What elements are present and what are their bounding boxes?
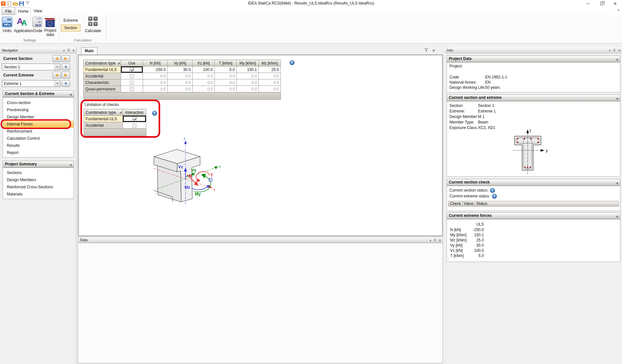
value-cell[interactable]: 0.0 [215,79,237,86]
column-header-value[interactable]: Value [462,201,475,206]
next-extreme-button[interactable]: ▶ [62,72,70,78]
nav-item-sections[interactable]: Sections [3,169,74,176]
column-header-vy[interactable]: Vy [kN] [168,60,193,66]
use-checkbox-cell[interactable] [121,66,143,73]
help-icon[interactable]: ? [152,111,157,116]
panel-menu-icon[interactable]: ▾ [609,49,611,52]
units-button[interactable]: Units [0,29,14,33]
value-cell[interactable]: 0.0 [193,86,215,92]
pin-icon[interactable] [434,239,437,242]
use-checkbox-cell[interactable] [121,86,143,92]
value-cell[interactable]: 30.0 [168,66,193,73]
value-cell[interactable]: 0.0 [259,86,281,92]
checkbox-unchecked-icon[interactable] [130,74,134,78]
value-cell[interactable]: 0.0 [237,73,259,79]
collapse-chevron-icon[interactable]: » [614,216,620,218]
calculate-button[interactable]: Calculate [84,29,102,33]
value-cell[interactable]: 0.0 [143,73,168,79]
checkbox-unchecked-icon[interactable] [130,81,134,85]
application-icon[interactable]: AA [17,16,30,28]
pin-icon[interactable] [613,49,616,52]
value-cell[interactable]: 100.0 [193,66,215,73]
use-checkbox-cell[interactable] [121,79,143,86]
minimize-button[interactable] [581,0,595,7]
value-cell[interactable]: 0.0 [215,86,237,92]
qat-dropdown-icon[interactable]: ▾ [26,2,30,6]
extreme-button[interactable]: Extreme [61,18,80,23]
row-label[interactable]: Fundamental ULS [84,116,123,122]
collapse-chevron-icon[interactable]: » [68,164,74,166]
value-cell[interactable]: 0.0 [259,79,281,86]
value-cell[interactable]: 0.0 [168,73,193,79]
nav-item-design-member[interactable]: Design Member [3,113,74,121]
panel-close-icon[interactable]: ✕ [72,49,75,52]
tab-menu-icon[interactable]: ▼ [425,49,428,52]
help-icon[interactable]: ? [490,188,495,193]
add-extreme-button[interactable]: + [62,80,70,87]
application-button[interactable]: Application [13,29,34,33]
nav-item-calculation-control[interactable]: Calculation Control [3,135,74,142]
checkbox-checked-icon[interactable] [130,68,134,72]
row-label[interactable]: Accidental [84,122,123,129]
chevron-down-icon[interactable]: ▼ [54,80,60,87]
pin-icon[interactable] [67,49,70,52]
section-button[interactable]: Section [61,25,80,31]
nav-item-report[interactable]: Report [3,149,74,156]
value-cell[interactable]: 0.0 [193,79,215,86]
row-label[interactable]: Fundamental ULS [84,66,121,73]
column-header-combination-type[interactable]: Combination type [84,109,123,116]
panel-close-icon[interactable]: ✕ [439,239,441,242]
help-icon[interactable]: ? [492,194,497,199]
save-icon[interactable] [19,1,24,6]
nav-item-reinforced-cross-sections[interactable]: Reinforced Cross-Sections [3,183,74,191]
collapse-chevron-icon[interactable]: » [614,59,620,61]
previous-extreme-button[interactable]: ◀ [53,72,61,78]
help-icon[interactable]: ? [290,60,294,65]
value-cell[interactable]: 0.0 [237,86,259,92]
code-button[interactable]: Code [32,29,43,33]
value-cell[interactable]: 0.0 [215,73,237,79]
units-icon[interactable]: kN MPa [2,17,12,27]
value-cell[interactable]: 0.0 [143,86,168,92]
section-extreme-group-header[interactable]: Current Section & Extreme » [3,90,74,97]
column-header-check[interactable]: Check [448,201,462,206]
column-header-interaction[interactable]: Interaction [123,109,146,116]
column-header-t[interactable]: T [kNm] [215,60,237,66]
row-label[interactable]: Characteristic [84,79,121,86]
collapse-chevron-icon[interactable]: » [68,94,74,96]
tab-close-icon[interactable]: ✕ [432,49,435,53]
nav-item-design-members[interactable]: Design Members [3,176,74,183]
current-section-header[interactable]: Current section and extreme » [447,94,620,101]
project-summary-group-header[interactable]: Project Summary » [3,161,74,168]
chevron-down-icon[interactable]: ▼ [54,64,60,70]
column-header-status[interactable]: Status [475,201,619,206]
add-section-button[interactable]: + [62,64,70,70]
section-combobox[interactable]: Section 1 ▼ [2,64,60,70]
column-header-combination-type[interactable]: Combination type [84,60,121,66]
column-header-my[interactable]: My [kNm] [237,60,259,66]
value-cell[interactable]: -250.0 [143,66,168,73]
panel-close-icon[interactable]: ✕ [618,49,621,52]
nav-item-cross-section[interactable]: Cross-section [3,99,74,106]
extreme-forces-header[interactable]: Current extreme forces » [447,212,620,219]
ribbon-collapse-icon[interactable]: › [616,9,621,11]
nav-item-prestressing[interactable]: Prestressing [3,106,74,113]
value-cell[interactable]: 0.0 [193,73,215,79]
tab-home[interactable]: Home [16,7,30,15]
extreme-combobox[interactable]: Extreme 1 ▼ [2,80,60,87]
value-cell[interactable]: 0.0 [237,79,259,86]
project-data-button[interactable]: Project data [42,29,58,37]
nav-item-results[interactable]: Results [3,142,74,149]
value-cell[interactable]: 0.0 [168,86,193,92]
calculate-icon[interactable]: + − x ÷ [88,17,98,26]
previous-section-button[interactable]: ◀ [53,55,61,62]
interaction-checkbox-cell[interactable] [123,122,146,129]
close-button[interactable]: ✕ [608,0,622,7]
restore-button[interactable] [595,0,608,7]
value-cell[interactable]: 5.0 [215,66,237,73]
interaction-checkbox-cell[interactable] [123,116,146,122]
nav-item-reinforcement[interactable]: Reinforcement [3,128,74,135]
value-cell[interactable]: 0.0 [259,73,281,79]
tab-file[interactable]: File [2,7,15,15]
code-icon[interactable]: 1.15 90 25.8 [32,17,42,27]
